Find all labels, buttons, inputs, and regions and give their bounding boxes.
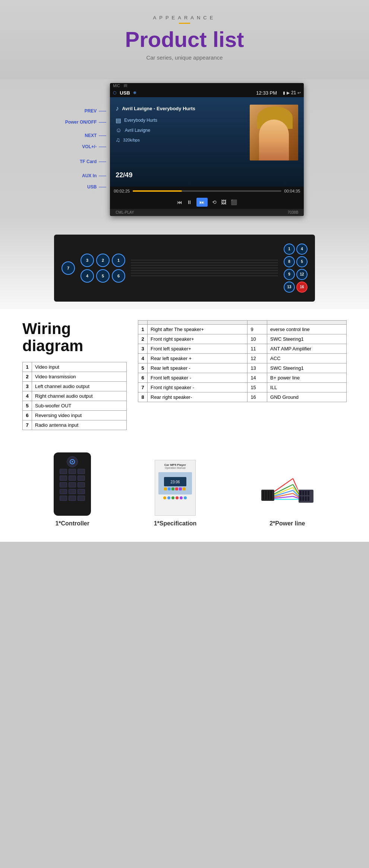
wiring-left-table: 1Video input2Video transmission3Left cha… bbox=[22, 362, 127, 430]
row-desc: Radio antenna input bbox=[32, 420, 127, 430]
spec-title: Car MP5 Player bbox=[164, 463, 186, 467]
remote-btn bbox=[78, 489, 85, 494]
vent-line bbox=[131, 273, 278, 274]
label-line bbox=[99, 176, 106, 176]
track-info: ♪ Avril Lavigne - Everybody Hurts ▤ Ever… bbox=[110, 97, 250, 187]
repeat-button[interactable]: ⟲ bbox=[212, 199, 217, 205]
row-col1: Rear right speaker- bbox=[148, 392, 247, 402]
row-num: 6 bbox=[138, 373, 148, 382]
row-col2: SWC Steering1 bbox=[267, 334, 347, 344]
row-num: 7 bbox=[138, 382, 148, 392]
row-col1: Front right speaker+ bbox=[148, 334, 247, 344]
col-desc bbox=[148, 320, 247, 324]
label-tf: TF Card bbox=[80, 156, 106, 167]
row-col1: Front left speaker+ bbox=[148, 344, 247, 353]
remote-btn bbox=[60, 469, 67, 474]
time-elapsed: 00:02:25 bbox=[114, 189, 130, 193]
connector-r13: 13 bbox=[284, 282, 295, 293]
prev-button[interactable]: ⏮ bbox=[177, 199, 182, 205]
album-art bbox=[250, 105, 298, 160]
usb-icon: ⬡ bbox=[113, 90, 117, 95]
status-bar: ⬡ USB ❋ 12:33 PM ▮ ▶ 21 ↩ bbox=[110, 89, 304, 97]
spec-icon-dot bbox=[163, 496, 166, 499]
svg-rect-26 bbox=[302, 491, 304, 495]
image-button[interactable]: 🖼 bbox=[221, 199, 226, 205]
col-num bbox=[138, 320, 148, 324]
row-desc: Right channel audio output bbox=[32, 391, 127, 401]
power-line-image bbox=[259, 471, 315, 516]
connector-5: 5 bbox=[96, 269, 110, 283]
row-desc: Sub-woofer OUT bbox=[32, 401, 127, 411]
row-desc: Video input bbox=[32, 362, 127, 372]
row-num: 2 bbox=[138, 334, 148, 344]
connector-1: 1 bbox=[112, 254, 125, 267]
wiring-left-row: 4Right channel audio output bbox=[23, 391, 127, 401]
row-col2: SWC Steering1 bbox=[267, 363, 347, 373]
remote-row-2 bbox=[60, 476, 85, 481]
next-button[interactable]: ⏭ bbox=[196, 198, 208, 207]
radio-device: MIC IR ⬡ USB ❋ 12:33 PM ▮ ▶ 21 ↩ bbox=[110, 83, 304, 216]
brand-name: CML-PLAY bbox=[116, 210, 134, 214]
label-prev: PREV bbox=[85, 106, 107, 116]
row-col1: Front right speaker - bbox=[148, 382, 247, 392]
wiring-right: 1Right after The speaker+9everse control… bbox=[138, 320, 347, 402]
row-num: 7 bbox=[23, 420, 32, 430]
row-col2: B+ power line bbox=[267, 373, 347, 382]
main-container: APPEARANCE Product list Car series, uniq… bbox=[0, 0, 369, 542]
remote-row-4 bbox=[60, 489, 85, 494]
row-num: 3 bbox=[23, 382, 32, 391]
wiring-right-table: 1Right after The speaker+9everse control… bbox=[138, 320, 347, 402]
svg-rect-5 bbox=[164, 487, 167, 490]
vent-line bbox=[131, 262, 278, 263]
wiring-right-row: 1Right after The speaker+9everse control… bbox=[138, 324, 347, 334]
screen-button[interactable]: ⬛ bbox=[231, 199, 237, 205]
remote-btn bbox=[78, 469, 85, 474]
labels-left: PREV Power ON/OFF NEXT VOL+/- TF Card AU… bbox=[65, 106, 107, 193]
wiring-left-row: 1Video input bbox=[23, 362, 127, 372]
vent-line bbox=[131, 267, 278, 268]
media-content: ♪ Avril Lavigne - Everybody Hurts ▤ Ever… bbox=[110, 97, 304, 187]
track-artist: Avril Lavigne bbox=[125, 128, 150, 133]
remote-btn bbox=[60, 482, 67, 487]
wiring-right-row: 3Front left speaker+11ANT AMP Amplifier bbox=[138, 344, 347, 353]
signal-icon: ▶ bbox=[287, 90, 290, 95]
svg-rect-30 bbox=[302, 496, 304, 501]
row-col2: ACC bbox=[267, 353, 347, 363]
svg-rect-13 bbox=[265, 491, 267, 500]
spec-icon-dot bbox=[171, 496, 174, 499]
vent-line bbox=[131, 265, 278, 266]
col-desc2 bbox=[267, 320, 347, 324]
music-icon: ♪ bbox=[116, 105, 119, 112]
row-num2: 10 bbox=[247, 334, 267, 344]
header-section: APPEARANCE Product list Car series, uniq… bbox=[0, 0, 369, 79]
right-connector-block: 1 4 8 5 9 12 13 16 bbox=[284, 244, 308, 293]
top-connector-row: 3 2 1 bbox=[81, 254, 125, 267]
wiring-right-row: 5Rear left speaker -13SWC Steering1 bbox=[138, 363, 347, 373]
svg-rect-32 bbox=[308, 496, 309, 501]
label-next: NEXT bbox=[85, 130, 106, 141]
left-single-connector: 7 bbox=[62, 261, 75, 275]
label-vol: VOL+/- bbox=[82, 142, 106, 152]
svg-rect-31 bbox=[305, 496, 307, 501]
row-num: 3 bbox=[138, 344, 148, 353]
row-num: 5 bbox=[23, 401, 32, 411]
remote-row-1 bbox=[60, 469, 85, 474]
wiring-left-row: 6Reversing video input bbox=[23, 411, 127, 420]
row-num2: 9 bbox=[247, 324, 267, 334]
svg-rect-9 bbox=[179, 487, 182, 490]
progress-row: 00:02:25 00:04:35 bbox=[110, 187, 304, 195]
time-total: 00:04:35 bbox=[284, 189, 300, 193]
right-connector-grid: 1 4 8 5 9 12 13 16 bbox=[284, 244, 308, 293]
wiring-section: Wiring diagram 1Video input2Video transm… bbox=[0, 309, 369, 441]
progress-bar-container[interactable] bbox=[133, 190, 281, 192]
label-line bbox=[99, 136, 106, 136]
connector-r1: 1 bbox=[284, 244, 295, 255]
folder-icon: ▤ bbox=[116, 117, 121, 124]
spec-inner-screen: 23:06 bbox=[158, 472, 192, 495]
svg-text:23:06: 23:06 bbox=[170, 480, 180, 484]
pause-button[interactable]: ⏸ bbox=[187, 199, 192, 205]
remote-btn bbox=[69, 476, 76, 481]
remote-btn bbox=[69, 489, 76, 494]
album-art-face bbox=[259, 120, 289, 160]
accessories-section: 1*Controller Car MP5 Player Operation Ma… bbox=[0, 441, 369, 542]
